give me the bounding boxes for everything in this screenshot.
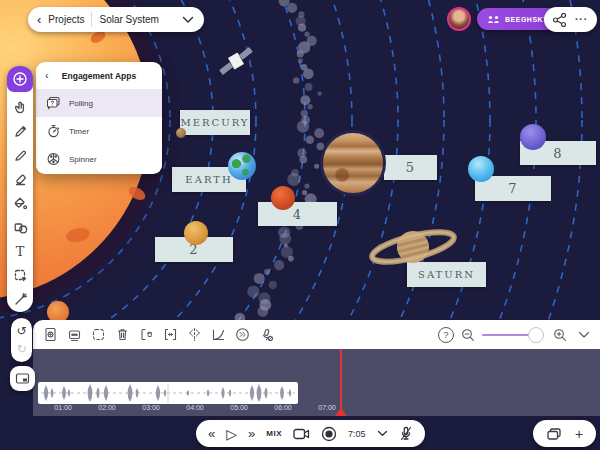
skip-forward-button[interactable]: » bbox=[248, 427, 255, 440]
zoom-out-button[interactable] bbox=[458, 324, 478, 346]
planet-earth[interactable] bbox=[228, 152, 256, 180]
time-dropdown-button[interactable] bbox=[377, 430, 388, 437]
popup-back-button[interactable]: ‹ bbox=[45, 70, 49, 81]
label-box-4[interactable]: 4 bbox=[258, 202, 337, 226]
add-slide-button[interactable]: + bbox=[575, 427, 583, 441]
delete-segment-button[interactable] bbox=[134, 324, 158, 346]
label-box-mercury[interactable]: MERCURY bbox=[180, 110, 250, 135]
slider-knob[interactable] bbox=[528, 327, 544, 343]
eraser-tool-button[interactable] bbox=[9, 168, 31, 190]
playback-speed-button[interactable] bbox=[230, 324, 254, 346]
planet-neptune[interactable] bbox=[520, 124, 546, 150]
slides-icon bbox=[546, 427, 562, 441]
pages-controls: + bbox=[533, 420, 596, 447]
polling-icon bbox=[46, 96, 61, 110]
select-tool-button[interactable] bbox=[9, 264, 31, 286]
playhead-line bbox=[340, 349, 342, 409]
skip-back-button[interactable]: « bbox=[208, 427, 215, 440]
share-icon[interactable] bbox=[553, 13, 566, 27]
playhead[interactable] bbox=[335, 349, 347, 416]
undo-redo-pill: ↺ ↻ bbox=[11, 318, 32, 362]
record-button[interactable] bbox=[321, 426, 337, 442]
record-icon bbox=[321, 426, 337, 442]
marker-icon bbox=[13, 148, 28, 163]
time-label: 02:00 bbox=[98, 404, 116, 411]
audio-waveform[interactable] bbox=[38, 382, 298, 404]
timeline-zoom-slider[interactable] bbox=[482, 327, 540, 343]
zoom-in-button[interactable] bbox=[550, 324, 570, 346]
user-avatar[interactable] bbox=[447, 7, 471, 31]
text-tool-button[interactable]: T bbox=[9, 240, 31, 262]
planet-saturn[interactable] bbox=[368, 221, 460, 275]
project-name: Solar System bbox=[99, 14, 158, 25]
time-label: 06:00 bbox=[274, 404, 292, 411]
time-label: 07:00 bbox=[318, 404, 336, 411]
fill-bucket-icon bbox=[13, 196, 28, 211]
project-dropdown-chevron-icon[interactable] bbox=[182, 16, 194, 24]
slides-overview-button[interactable] bbox=[546, 427, 562, 441]
animation-curve-icon bbox=[211, 327, 226, 342]
selection-icon bbox=[91, 327, 106, 342]
audience-icon bbox=[487, 15, 500, 24]
hand-tool-button[interactable] bbox=[9, 96, 31, 118]
mic-muted-icon bbox=[399, 426, 413, 441]
video-camera-icon bbox=[293, 428, 310, 440]
menu-item-label: Timer bbox=[69, 127, 89, 136]
help-button[interactable]: ? bbox=[438, 327, 454, 343]
undo-button[interactable]: ↺ bbox=[16, 325, 26, 337]
zoom-in-icon bbox=[553, 328, 567, 342]
collapse-brackets-icon bbox=[163, 327, 178, 342]
delete-button[interactable] bbox=[110, 324, 134, 346]
recording-details-button[interactable] bbox=[38, 324, 62, 346]
camera-button[interactable] bbox=[293, 428, 310, 440]
share-more-pill: ··· bbox=[544, 7, 597, 32]
trash-icon bbox=[115, 327, 130, 342]
satellite-icon bbox=[215, 42, 257, 80]
menu-item-polling[interactable]: Polling bbox=[36, 89, 162, 117]
label-box-5[interactable]: 5 bbox=[384, 155, 437, 180]
add-object-button[interactable] bbox=[7, 66, 33, 92]
trim-button[interactable] bbox=[158, 324, 182, 346]
more-options-button[interactable]: ··· bbox=[575, 14, 588, 25]
playhead-marker bbox=[335, 408, 347, 416]
speed-curve-button[interactable] bbox=[206, 324, 230, 346]
clip-stamp-icon bbox=[67, 327, 82, 342]
mix-button[interactable]: MIX bbox=[266, 429, 282, 438]
pencil-icon bbox=[13, 124, 28, 139]
hand-icon bbox=[13, 100, 28, 115]
collapse-timeline-button[interactable] bbox=[574, 324, 594, 346]
pointer-tool-button[interactable] bbox=[9, 288, 31, 310]
planet-jupiter[interactable] bbox=[320, 130, 386, 196]
mic-muted-small-icon bbox=[259, 327, 274, 342]
back-chevron-icon[interactable]: ‹ bbox=[37, 13, 41, 26]
marker-tool-button[interactable] bbox=[9, 144, 31, 166]
menu-item-timer[interactable]: Timer bbox=[36, 117, 162, 145]
shapes-tool-button[interactable] bbox=[9, 216, 31, 238]
projects-button[interactable]: Projects bbox=[48, 14, 84, 25]
menu-item-label: Polling bbox=[69, 99, 93, 108]
engagement-apps-popup: ‹ Engagement Apps Polling Timer bbox=[36, 62, 162, 174]
presenter-view-button[interactable] bbox=[10, 366, 35, 391]
collab-code: BEEGHSKT bbox=[505, 16, 548, 23]
timeline-strip[interactable]: 01:00 02:00 03:00 04:00 05:00 06:00 07:0… bbox=[33, 349, 600, 416]
mute-track-button[interactable] bbox=[254, 324, 278, 346]
timeline-select-button[interactable] bbox=[86, 324, 110, 346]
mic-mute-button[interactable] bbox=[399, 426, 413, 441]
planet-venus[interactable] bbox=[184, 221, 208, 245]
play-button[interactable]: ▷ bbox=[226, 427, 237, 441]
planet-mercury[interactable] bbox=[176, 128, 186, 138]
split-button[interactable] bbox=[182, 324, 206, 346]
play-icon: ▷ bbox=[226, 427, 237, 441]
planet-mars[interactable] bbox=[271, 186, 295, 210]
project-nav-pill: ‹ Projects Solar System bbox=[28, 7, 204, 32]
media-clip-button[interactable] bbox=[62, 324, 86, 346]
fast-forward-circle-icon bbox=[235, 327, 250, 342]
fill-tool-button[interactable] bbox=[9, 192, 31, 214]
shapes-icon bbox=[13, 220, 28, 235]
pencil-tool-button[interactable] bbox=[9, 120, 31, 142]
sun-spot bbox=[65, 226, 91, 245]
planet-uranus[interactable] bbox=[468, 156, 494, 182]
menu-item-spinner[interactable]: Spinner bbox=[36, 145, 162, 173]
redo-button[interactable]: ↻ bbox=[16, 343, 26, 355]
divider bbox=[91, 12, 92, 27]
